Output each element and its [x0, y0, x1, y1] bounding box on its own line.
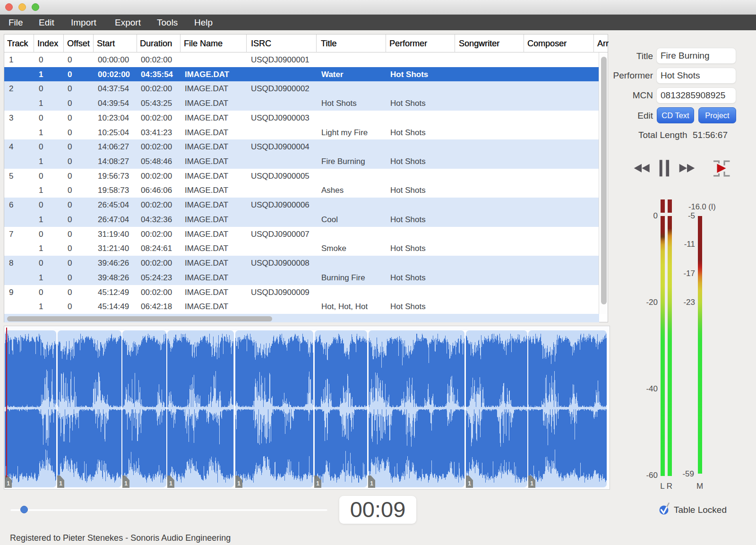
svg-text:1: 1 [237, 480, 241, 487]
svg-text:1: 1 [316, 480, 319, 487]
svg-text:1: 1 [59, 480, 62, 487]
svg-text:1: 1 [468, 480, 471, 487]
svg-text:1: 1 [530, 480, 533, 487]
svg-text:1: 1 [370, 480, 373, 487]
svg-text:1: 1 [169, 480, 172, 487]
svg-text:1: 1 [124, 480, 128, 487]
svg-text:1: 1 [7, 480, 10, 487]
